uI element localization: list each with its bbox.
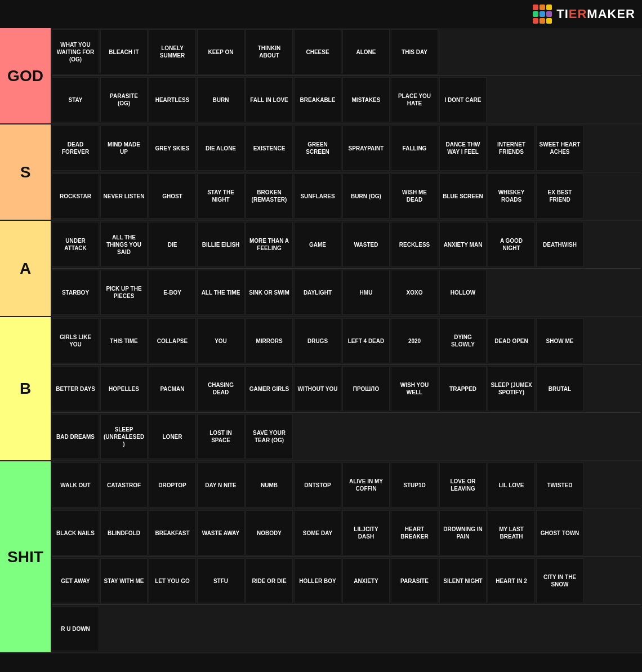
tier-item: STAY xyxy=(52,77,99,122)
tier-item: NOBODY xyxy=(246,510,293,555)
tier-item: SLEEP (UNREALESED) xyxy=(100,414,148,459)
tier-item: STAY THE NIGHT xyxy=(197,173,244,219)
tier-item: TWISTED xyxy=(536,462,583,508)
tier-item: BAD DREAMS xyxy=(52,414,99,459)
tiermaker-container: TiERMAKER GODWHAT YOU WAITING FOR (OG)BL… xyxy=(0,0,642,653)
tier-section-s: SDEAD FOREVERMIND MADE UPGREY SKIESDIE A… xyxy=(0,124,642,221)
tier-row-s-0: DEAD FOREVERMIND MADE UPGREY SKIESDIE AL… xyxy=(52,126,641,171)
tier-item: LOVE OR LEAVING xyxy=(439,462,487,508)
tier-item: DEAD OPEN xyxy=(488,318,535,363)
tier-item: BETTER DAYS xyxy=(52,366,99,411)
tier-item: DIE xyxy=(149,222,196,267)
logo-grid-cell xyxy=(533,18,538,24)
tier-item: CHASING DEAD xyxy=(197,366,244,411)
tier-item: FALL IN LOVE xyxy=(246,77,293,122)
tier-item: SAVE YOUR TEAR (OG) xyxy=(246,414,293,459)
tier-item: WHAT YOU WAITING FOR (OG) xyxy=(52,29,99,74)
tier-item: ALL THE THINGS YOU SAID xyxy=(100,222,148,267)
tier-items-a: UNDER ATTACKALL THE THINGS YOU SAIDDIEBI… xyxy=(51,221,642,316)
tier-item: MORE THAN A FEELING xyxy=(246,222,293,267)
tier-item: MISTAKES xyxy=(342,77,390,122)
tier-item: SHOW ME xyxy=(536,318,583,363)
logo-grid-cell xyxy=(533,11,538,17)
tier-item: THIS DAY xyxy=(391,29,438,74)
tier-item: GAMER GIRLS xyxy=(246,366,293,411)
tier-label-b: B xyxy=(0,317,51,460)
tier-item: PACMAN xyxy=(149,366,196,411)
tier-item: COLLAPSE xyxy=(149,318,196,363)
tier-item: LONELY SUMMER xyxy=(149,29,196,74)
logo-grid-cell xyxy=(533,5,538,10)
tier-item: CHEESE xyxy=(294,29,341,74)
tier-item: SINK OR SWIM xyxy=(246,270,293,315)
tier-item: HOLLER BOY xyxy=(294,558,341,603)
tier-row-separator xyxy=(52,412,641,413)
tier-item: DROPTOP xyxy=(149,462,196,508)
tier-row-b-0: GIRLS LIKE YOUTHIS TIMECOLLAPSEYOUMIRROR… xyxy=(52,318,641,363)
tier-item: GREY SKIES xyxy=(149,126,196,171)
tier-item: CATASTROF xyxy=(100,462,148,508)
tier-item: ANXIETY xyxy=(342,558,390,603)
logo-grid-cell xyxy=(540,18,545,24)
tier-item: WISH YOU WELL xyxy=(391,366,438,411)
tier-item: DIE ALONE xyxy=(197,126,244,171)
tier-items-b: GIRLS LIKE YOUTHIS TIMECOLLAPSEYOUMIRROR… xyxy=(51,317,642,460)
tier-item: I DONT CARE xyxy=(439,77,487,122)
tier-label-god: GOD xyxy=(0,28,51,123)
tier-row-separator xyxy=(52,604,641,605)
tier-item: PARASITE (OG) xyxy=(100,77,148,122)
header: TiERMAKER xyxy=(0,0,642,28)
logo-grid-cell xyxy=(540,11,545,17)
tier-item: PARASITE xyxy=(391,558,438,603)
tier-item: PICK UP THE PIECES xyxy=(100,270,148,315)
tier-item: BLUE SCREEN xyxy=(439,173,487,219)
tier-item: THINKIN ABOUT xyxy=(246,29,293,74)
tier-item: MIND MADE UP xyxy=(100,126,148,171)
tier-item: HMU xyxy=(342,270,390,315)
tier-items-god: WHAT YOU WAITING FOR (OG)BLEACH ITLONELY… xyxy=(51,28,642,123)
tier-row-separator xyxy=(52,364,641,365)
tier-row-shit-2: GET AWAYSTAY WITH MELET YOU GOSTFURIDE O… xyxy=(52,558,641,603)
tier-row-shit-3: R U DOWN xyxy=(52,606,641,651)
tier-item: NUMB xyxy=(246,462,293,508)
tier-row-separator xyxy=(52,557,641,557)
tier-item: BLINDFOLD xyxy=(100,510,148,555)
tier-item: A GOOD NIGHT xyxy=(488,222,535,267)
tier-row-separator xyxy=(52,509,641,509)
tier-item: DNTSTOP xyxy=(294,462,341,508)
tier-items-shit: WALK OUTCATASTROFDROPTOPDAY N NITENUMBDN… xyxy=(51,461,642,652)
tier-item: XOXO xyxy=(391,270,438,315)
tier-item: GREEN SCREEN xyxy=(294,126,341,171)
tier-item: NEVER LISTEN xyxy=(100,173,148,219)
tier-row-b-2: BAD DREAMSSLEEP (UNREALESED)LONERLOST IN… xyxy=(52,414,641,459)
tier-item: TRAPPED xyxy=(439,366,487,411)
tier-item: SPRAYPAINT xyxy=(342,126,390,171)
tier-row-separator xyxy=(52,172,641,172)
tier-label-a: A xyxy=(0,221,51,316)
tier-item: BURN (OG) xyxy=(342,173,390,219)
tier-item: LOST IN SPACE xyxy=(197,414,244,459)
tier-item: HOLLOW xyxy=(439,270,487,315)
tier-section-god: GODWHAT YOU WAITING FOR (OG)BLEACH ITLON… xyxy=(0,28,642,124)
tier-item: MIRRORS xyxy=(246,318,293,363)
tier-item: 2020 xyxy=(391,318,438,363)
tier-item: SILENT NIGHT xyxy=(439,558,487,603)
tier-item: INTERNET FRIENDS xyxy=(488,126,535,171)
tier-item: EXISTENCE xyxy=(246,126,293,171)
tier-item: GHOST xyxy=(149,173,196,219)
tier-item: DAY N NITE xyxy=(197,462,244,508)
tier-item: KEEP ON xyxy=(197,29,244,74)
tiermaker-logo: TiERMAKER xyxy=(533,5,635,24)
tier-item: DAYLIGHT xyxy=(294,270,341,315)
tier-item: WHISKEY ROADS xyxy=(488,173,535,219)
tier-item: WITHOUT YOU xyxy=(294,366,341,411)
tier-section-shit: SHITWALK OUTCATASTROFDROPTOPDAY N NITENU… xyxy=(0,461,642,653)
tier-item: UNDER ATTACK xyxy=(52,222,99,267)
tier-item: LEFT 4 DEAD xyxy=(342,318,390,363)
tier-item: STARBOY xyxy=(52,270,99,315)
logo-text: TiERMAKER xyxy=(556,7,635,21)
tier-item: STFU xyxy=(197,558,244,603)
tier-item: YOU xyxy=(197,318,244,363)
tier-item: HEART IN 2 xyxy=(488,558,535,603)
tier-item: DYING SLOWLY xyxy=(439,318,487,363)
